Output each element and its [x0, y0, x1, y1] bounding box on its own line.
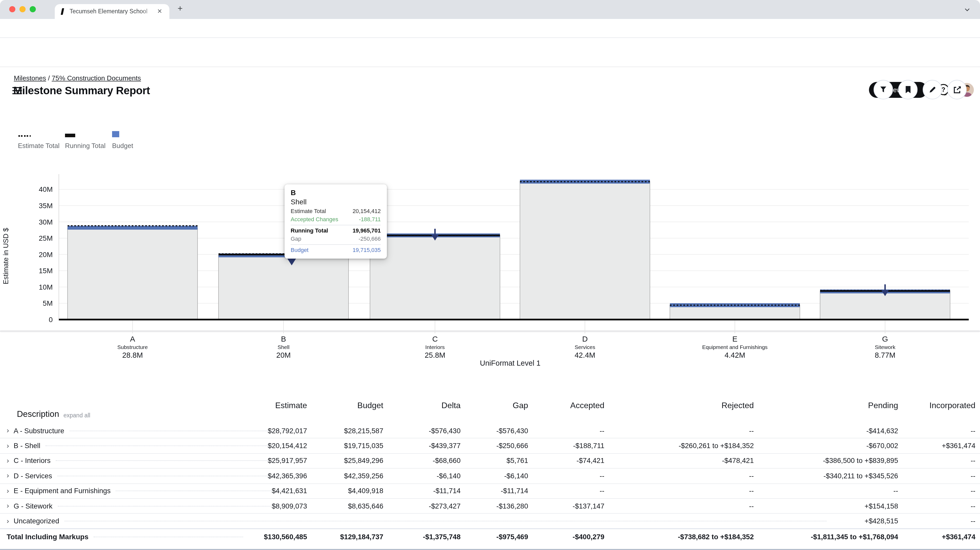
table-header-delta[interactable]: Delta [441, 401, 461, 410]
breadcrumb-milestones-link[interactable]: Milestones [14, 74, 46, 82]
edit-button[interactable] [923, 80, 942, 99]
bar-services[interactable] [520, 182, 650, 320]
tab-close-icon[interactable]: ✕ [157, 8, 162, 15]
tooltip-row-label: Estimate Total [291, 207, 326, 215]
expand-chevron-icon[interactable]: › [6, 442, 9, 449]
milestone-chart[interactable]: 05M10M15M20M25M30M35M40MEstimate in USD … [0, 164, 980, 375]
cell-delta: -$6,140 [436, 472, 461, 480]
expand-chevron-icon[interactable]: › [6, 502, 9, 509]
cell-incorporated: -- [971, 517, 975, 525]
cell-pending: +$428,515 [865, 517, 898, 525]
cell-rejected: -- [749, 472, 754, 480]
y-axis-title: Estimate in USD $ [2, 228, 10, 284]
cell-gap: -$136,280 [496, 502, 528, 510]
bookmark-icon [904, 86, 912, 94]
tooltip-code: B [291, 188, 381, 197]
row-label: D - Services [14, 472, 52, 480]
category-name: Interiors [425, 344, 445, 350]
legend-budget-label[interactable]: Budget [112, 142, 133, 150]
browser-tab[interactable]: Tecumseh Elementary School ✕ [55, 4, 169, 19]
category-name: Sitework [875, 344, 896, 350]
category-name: Equipment and Furnishings [702, 344, 768, 350]
cell-pending: +$154,158 [865, 502, 898, 510]
share-button[interactable] [947, 80, 967, 99]
tooltip-row-label: Gap [291, 235, 301, 243]
expand-chevron-icon[interactable]: › [6, 427, 9, 434]
cell-accepted: -$188,711 [573, 442, 605, 450]
cell-delta: -$576,430 [429, 427, 461, 435]
cell-delta: -$1,375,748 [423, 533, 461, 540]
legend-running-total-swatch[interactable] [65, 134, 75, 137]
cell-pending: -$340,211 to +$345,526 [823, 472, 898, 480]
horizontal-scrollbar[interactable] [0, 549, 980, 550]
category-letter: D [582, 335, 588, 343]
y-tick-label: 40M [39, 185, 53, 193]
table-header-rejected[interactable]: Rejected [722, 401, 754, 410]
table-header-estimate[interactable]: Estimate [275, 401, 307, 410]
cell-delta: -$273,427 [429, 502, 461, 510]
expand-chevron-icon[interactable]: › [6, 517, 9, 524]
leader-dots [94, 536, 243, 537]
expand-all-link[interactable]: expand all [64, 412, 90, 418]
chart-scrollbar[interactable] [0, 330, 980, 332]
cell-accepted: -$400,279 [573, 533, 605, 540]
table-row-c-interiors[interactable]: ›C - Interiors$25,917,957$25,849,296-$68… [0, 454, 980, 469]
y-tick-label: 5M [43, 299, 53, 307]
table-header-gap[interactable]: Gap [513, 401, 528, 410]
legend-estimate-total-label[interactable]: Estimate Total [18, 142, 60, 150]
new-tab-button[interactable]: + [178, 3, 183, 14]
bar-substructure[interactable] [68, 228, 197, 320]
breadcrumb-milestone-link[interactable]: 75% Construction Documents [52, 74, 141, 82]
table-row-e-equipment-and-furnishings[interactable]: ›E - Equipment and Furnishings$4,421,631… [0, 484, 980, 499]
chevron-down-icon[interactable] [964, 6, 970, 13]
cell-delta: -$68,660 [433, 457, 461, 465]
table-row-uncategorized[interactable]: ›Uncategorized+$428,515-- [0, 514, 980, 529]
y-tick-label: 30M [39, 218, 53, 226]
leader-dots [56, 461, 294, 461]
cell-accepted: -- [600, 427, 605, 435]
bar-shell[interactable] [218, 255, 348, 320]
cell-estimate: $4,421,631 [272, 487, 307, 495]
table-row-b-shell[interactable]: ›B - Shell$20,154,412$19,715,035-$439,37… [0, 438, 980, 454]
tooltip-row-label: Budget [291, 246, 309, 254]
cell-accepted: -$74,421 [576, 457, 605, 465]
table-row-total-including-markups[interactable]: Total Including Markups$130,560,485$129,… [0, 529, 980, 544]
bookmark-button[interactable] [898, 80, 918, 99]
table-header-incorporated[interactable]: Incorporated [929, 401, 975, 410]
cell-delta: -$439,377 [429, 442, 461, 450]
y-tick-label: 35M [39, 202, 53, 210]
expand-chevron-icon[interactable]: › [6, 457, 9, 464]
table-header-pending[interactable]: Pending [868, 401, 898, 410]
bar-interiors[interactable] [370, 235, 500, 320]
row-label: A - Substructure [14, 427, 64, 435]
expand-chevron-icon[interactable]: › [6, 472, 9, 479]
table-row-g-sitework[interactable]: ›G - Sitework$8,909,073$8,635,646-$273,4… [0, 499, 980, 514]
row-label: Uncategorized [14, 517, 59, 525]
table-row-a-substructure[interactable]: ›A - Substructure$28,792,017$28,215,587-… [0, 424, 980, 438]
category-letter: B [281, 335, 286, 343]
cell-rejected: -- [749, 487, 754, 495]
row-label: Total Including Markups [6, 532, 89, 541]
expand-chevron-icon[interactable]: › [6, 487, 9, 494]
tooltip-row: Gap-250,666 [291, 235, 381, 243]
category-name: Services [575, 344, 595, 350]
table-header-budget[interactable]: Budget [358, 401, 383, 410]
cell-rejected: -$260,261 to +$184,352 [679, 442, 754, 450]
zoom-window-button[interactable] [30, 6, 36, 12]
cell-pending: -$670,002 [866, 442, 898, 450]
header-divider [0, 67, 980, 67]
leader-dots [116, 491, 294, 491]
tooltip-name: Shell [291, 197, 381, 206]
legend-budget-swatch[interactable] [112, 131, 119, 137]
filter-button[interactable] [873, 80, 893, 99]
cell-budget: $19,715,035 [344, 442, 383, 450]
table-row-d-services[interactable]: ›D - Services$42,365,396$42,359,256-$6,1… [0, 469, 980, 484]
tab-title: Tecumseh Elementary School [70, 8, 157, 14]
minimize-window-button[interactable] [19, 6, 25, 12]
close-window-button[interactable] [9, 6, 15, 12]
legend-estimate-total-swatch[interactable] [18, 135, 31, 137]
table-header-accepted[interactable]: Accepted [570, 401, 605, 410]
cell-delta: -$11,714 [433, 487, 461, 495]
bar-equipment-and-furnishings[interactable] [670, 305, 800, 320]
legend-running-total-label[interactable]: Running Total [65, 142, 106, 150]
